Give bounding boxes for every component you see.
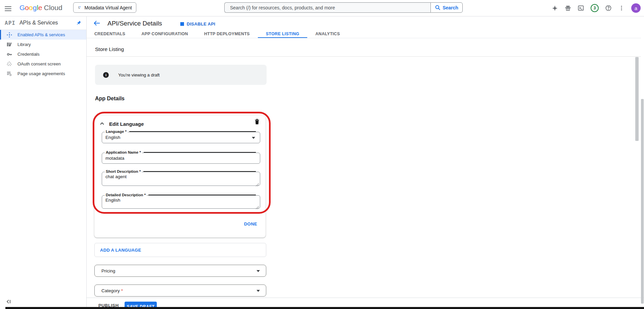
sidebar-item-label: Page usage agreements <box>17 71 65 76</box>
tab-store-listing[interactable]: STORE LISTING <box>258 30 308 38</box>
cloud-shell-icon[interactable] <box>578 5 584 11</box>
enabled-apis-icon <box>7 32 12 38</box>
gemini-sparkle-icon[interactable] <box>551 5 558 11</box>
tab-analytics[interactable]: ANALYTICS <box>307 30 348 38</box>
menu-icon[interactable] <box>5 5 11 10</box>
page-scrollbar[interactable] <box>641 99 644 304</box>
heading-divider <box>86 56 641 57</box>
page-title: API/Service Details <box>107 20 162 27</box>
category-label: Category <box>101 288 120 293</box>
search-icon <box>435 5 441 10</box>
bottom-edge-bar <box>5 307 644 309</box>
cloud-wordmark: Cloud <box>44 4 62 11</box>
search-input[interactable] <box>225 3 441 12</box>
top-bar-actions: 3 a <box>551 0 641 16</box>
help-icon[interactable] <box>605 5 612 11</box>
disable-api-button[interactable]: DISABLE API <box>180 21 215 27</box>
info-icon: i <box>103 72 109 78</box>
library-icon <box>7 42 12 47</box>
search-button[interactable]: Search <box>430 2 463 13</box>
sidebar-item-oauth-consent[interactable]: OAuth consent screen <box>0 59 86 69</box>
tab-credentials[interactable]: CREDENTIALS <box>86 30 133 38</box>
top-app-bar: GoogleCloud Motadata Virtual Agent Searc… <box>0 0 644 16</box>
disable-api-label: DISABLE API <box>187 21 215 27</box>
sidebar-item-credentials[interactable]: Credentials <box>0 49 86 59</box>
sidebar-item-library[interactable]: Library <box>0 40 86 49</box>
agreements-gear-icon <box>7 71 12 76</box>
sidebar-item-enabled-apis[interactable]: Enabled APIs & services <box>0 30 86 40</box>
sidebar-item-page-usage[interactable]: Page usage agreements <box>0 69 86 79</box>
pricing-select[interactable]: Pricing <box>94 265 266 277</box>
key-icon <box>7 52 12 57</box>
application-name-field[interactable]: Application Name * motadata <box>102 153 260 164</box>
edit-language-header: Edit Language <box>94 118 266 129</box>
global-search <box>224 2 430 13</box>
stop-square-icon <box>180 22 184 26</box>
google-cloud-console: GoogleCloud Motadata Virtual Agent Searc… <box>0 0 644 309</box>
search-button-label: Search <box>443 5 458 10</box>
tabs-divider <box>86 38 641 38</box>
sidebar-item-label: Credentials <box>17 52 40 57</box>
category-select[interactable]: Category * <box>94 285 266 297</box>
collapse-sidebar-icon[interactable] <box>6 299 12 305</box>
google-wordmark: Google <box>19 4 42 11</box>
sidebar-item-label: Enabled APIs & services <box>17 32 65 37</box>
sidebar-item-label: Library <box>17 42 31 47</box>
short-description-value: chat agent <box>102 172 260 179</box>
sidebar-title: APIs & Services <box>19 20 76 26</box>
detailed-description-value: English <box>102 196 260 203</box>
gift-icon[interactable] <box>564 5 571 11</box>
draft-banner: i You're viewing a draft <box>95 65 267 85</box>
pin-icon[interactable] <box>76 20 82 25</box>
resize-handle-icon[interactable] <box>256 182 259 185</box>
sidebar-item-label: OAuth consent screen <box>17 61 61 66</box>
section-heading: Store Listing <box>95 46 124 52</box>
short-description-field[interactable]: Short Description * chat agent <box>102 172 260 186</box>
tab-bar: CREDENTIALS APP CONFIGURATION HTTP DEPLO… <box>86 30 348 38</box>
google-cloud-logo: GoogleCloud <box>19 4 62 12</box>
dropdown-caret-icon <box>257 290 260 292</box>
content-scrollbar[interactable] <box>635 57 639 141</box>
add-language-label: ADD A LANGUAGE <box>100 248 141 253</box>
app-details-heading: App Details <box>95 96 125 102</box>
project-icon <box>78 5 81 10</box>
notification-count: 3 <box>594 6 596 10</box>
collapse-chevron-up-icon[interactable] <box>100 121 104 126</box>
application-name-value: motadata <box>102 153 260 163</box>
language-select[interactable]: Language * English <box>102 132 260 143</box>
pricing-label: Pricing <box>101 268 115 273</box>
oauth-consent-icon <box>7 61 12 67</box>
sidebar-header: API APIs & Services <box>0 16 86 30</box>
detailed-description-field[interactable]: Detailed Description * English <box>102 195 260 209</box>
done-button[interactable]: DONE <box>244 221 257 226</box>
sidebar-nav: API APIs & Services Enabled APIs & servi… <box>0 16 87 309</box>
dropdown-caret-icon <box>257 270 260 272</box>
delete-language-icon[interactable] <box>255 119 260 124</box>
project-name: Motadata Virtual Agent <box>85 5 132 10</box>
tab-app-configuration[interactable]: APP CONFIGURATION <box>133 30 196 38</box>
footer-divider <box>86 298 644 298</box>
add-language-button[interactable]: ADD A LANGUAGE <box>94 243 266 257</box>
api-logo: API <box>5 20 15 26</box>
more-options-icon[interactable] <box>618 5 625 11</box>
language-value: English <box>102 132 260 143</box>
dropdown-caret-icon <box>252 137 255 139</box>
notifications-badge[interactable]: 3 <box>591 4 599 12</box>
back-arrow-icon[interactable] <box>93 20 101 27</box>
account-avatar[interactable]: a <box>631 3 641 13</box>
draft-banner-text: You're viewing a draft <box>118 72 159 78</box>
tab-http-deployments[interactable]: HTTP DEPLOYMENTS <box>196 30 258 38</box>
edit-language-card: Edit Language Language * English Applica… <box>94 116 266 238</box>
edit-language-title: Edit Language <box>109 121 144 127</box>
required-asterisk: * <box>121 288 123 293</box>
project-selector[interactable]: Motadata Virtual Agent <box>73 2 136 13</box>
avatar-letter: a <box>635 5 637 11</box>
resize-handle-icon[interactable] <box>256 204 259 207</box>
